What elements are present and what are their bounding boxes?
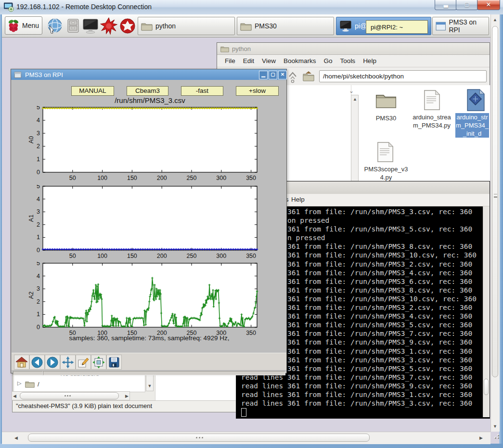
menu-go[interactable]: Go <box>320 57 336 64</box>
svg-text:5: 5 <box>37 262 40 267</box>
menu-tools[interactable]: Tools <box>336 57 360 64</box>
folder-icon-pms30[interactable] <box>375 91 397 109</box>
menu-bookmarks[interactable]: Bookmarks <box>280 57 320 64</box>
python-script-file-icon[interactable] <box>423 89 441 111</box>
svg-text:50: 50 <box>69 253 76 259</box>
terminal-monitor-icon <box>82 18 99 34</box>
task-button-python[interactable]: python <box>138 17 235 35</box>
launcher-wolfram[interactable] <box>119 17 136 35</box>
manual-button[interactable]: MANUAL <box>71 86 114 96</box>
minimize-button[interactable]: ▃ <box>435 0 457 10</box>
maximize-button[interactable]: ▢ <box>456 0 478 10</box>
go-up-icon[interactable] <box>287 70 298 84</box>
svg-text:300: 300 <box>216 253 226 259</box>
subplot-a2: 50100150200250300350012345 A2 <box>11 262 287 340</box>
scroll-thumb[interactable] <box>484 379 489 395</box>
svg-text:1: 1 <box>37 234 40 241</box>
rdp-horizontal-scrollbar[interactable]: ◀ ▶ <box>2 432 490 444</box>
svg-text:A2: A2 <box>28 292 35 299</box>
python-window-titlebar[interactable]: python <box>217 43 490 55</box>
menu-view[interactable]: View <box>258 57 280 64</box>
tree-expander-icon[interactable]: ▷ <box>17 380 21 386</box>
scope-close-button[interactable]: ✕ <box>278 71 287 79</box>
launcher-file-manager[interactable] <box>64 17 82 35</box>
scroll-thumb[interactable] <box>28 434 370 442</box>
svg-text:3: 3 <box>37 208 40 215</box>
svg-text:200: 200 <box>157 253 167 259</box>
path-input[interactable] <box>319 70 487 82</box>
menu-help[interactable]: Help <box>359 57 380 64</box>
file-item-label[interactable]: PMS30 <box>367 114 405 122</box>
file-item-label[interactable]: arduino_strea m_PMS34.py <box>405 113 458 129</box>
file-cabinet-icon <box>66 18 80 34</box>
menu-help[interactable]: Help <box>291 196 305 203</box>
svg-text:1: 1 <box>37 156 40 163</box>
configure-subplots-button[interactable] <box>91 355 106 370</box>
fast-button[interactable]: -fast <box>181 86 223 96</box>
forward-button[interactable] <box>45 355 60 370</box>
svg-text:150: 150 <box>127 253 137 259</box>
svg-text:1: 1 <box>37 311 40 318</box>
terminal-line: read lines 361 from file: /run/shm/PMS3_… <box>241 391 486 399</box>
pan-arrows-icon <box>62 356 74 369</box>
scope-minimize-button[interactable]: ▁ <box>259 71 268 79</box>
subplot-a1: 50100150200250300350012345 A1 <box>11 185 287 263</box>
resize-grip[interactable] <box>490 432 499 444</box>
launcher-mathematica[interactable] <box>100 17 117 35</box>
launcher-web-browser[interactable] <box>46 17 64 35</box>
scroll-right-icon[interactable]: ▶ <box>479 435 483 440</box>
remote-desktop-icon <box>4 2 14 12</box>
terminal-line: read lines 361 from file: /run/shm/PMS3_… <box>241 399 486 408</box>
save-floppy-icon <box>108 356 120 369</box>
scroll-up-icon[interactable]: ▲ <box>352 97 358 102</box>
scroll-thumb[interactable] <box>20 392 119 399</box>
slow-button[interactable]: +slow <box>236 86 279 96</box>
pms30-status-bar: "cheatsheet-PMS3" (3.9 KiB) plain text d… <box>13 400 235 411</box>
file-item-label[interactable]: PMS3scope_v3 4.py <box>360 165 413 181</box>
file-item-label-selected[interactable]: arduino_str m_PMS34_ _init_d <box>455 113 489 138</box>
svg-text:2: 2 <box>37 221 40 228</box>
scroll-up-icon[interactable]: ▲ <box>493 17 497 22</box>
scroll-left-icon[interactable]: ◀ <box>14 435 18 440</box>
task-button-pms30[interactable]: PMS30 <box>237 17 334 35</box>
remote-desktop-window: 192.168.1.102 - Remote Desktop Connectio… <box>0 0 503 448</box>
launcher-terminal[interactable] <box>82 17 99 35</box>
menu-edit[interactable]: Edit <box>239 57 258 64</box>
svg-text:100: 100 <box>97 253 107 259</box>
home-folder-icon[interactable] <box>303 71 314 81</box>
home-button[interactable] <box>14 355 29 370</box>
pan-button[interactable] <box>60 355 76 370</box>
menu-button[interactable]: Menu <box>5 16 42 35</box>
rdp-frame-right <box>499 14 503 448</box>
scroll-down-icon[interactable]: ▼ <box>493 424 497 429</box>
python-script-file-icon[interactable] <box>376 141 394 163</box>
svg-text:5: 5 <box>37 185 40 190</box>
scope-titlebar[interactable]: PMS3 on RPI <box>11 69 286 80</box>
pms30-horizontal-scrollbar[interactable]: ◀ ▶ <box>12 391 130 400</box>
svg-text:250: 250 <box>187 175 197 181</box>
back-button[interactable] <box>29 355 45 370</box>
task-button-pms3-on-rpi[interactable]: PMS3 on RPI <box>432 17 489 35</box>
rdp-vertical-scrollbar[interactable]: ▲ ▼ <box>490 14 500 432</box>
menu-file[interactable]: File <box>221 57 239 64</box>
tree-root-item[interactable]: / <box>38 381 39 388</box>
close-button[interactable]: ✕ <box>477 0 500 10</box>
svg-text:150: 150 <box>127 175 137 181</box>
zoom-rect-button[interactable] <box>76 355 91 370</box>
scroll-thumb[interactable] <box>492 26 498 377</box>
scroll-right-icon[interactable]: ▶ <box>125 394 129 398</box>
rdp-titlebar[interactable]: 192.168.1.102 - Remote Desktop Connectio… <box>0 0 503 15</box>
scroll-left-icon[interactable]: ◀ <box>13 394 16 398</box>
scroll-down-icon[interactable]: ▼ <box>146 384 153 388</box>
chevron-down-icon[interactable]: ⌄ <box>349 88 354 94</box>
python-script-file-icon-selected[interactable] <box>466 88 486 112</box>
scope-maximize-button[interactable]: ▢ <box>269 71 277 79</box>
window-icon <box>436 22 446 31</box>
subplots-icon <box>92 356 105 369</box>
svg-text:3: 3 <box>37 285 40 292</box>
folder-icon <box>240 22 252 31</box>
cbeam3-button[interactable]: Cbeam3 <box>127 86 168 96</box>
task-button-label: python <box>155 22 176 30</box>
terminal-scrollbar[interactable] <box>483 206 490 417</box>
save-button[interactable] <box>106 355 122 370</box>
